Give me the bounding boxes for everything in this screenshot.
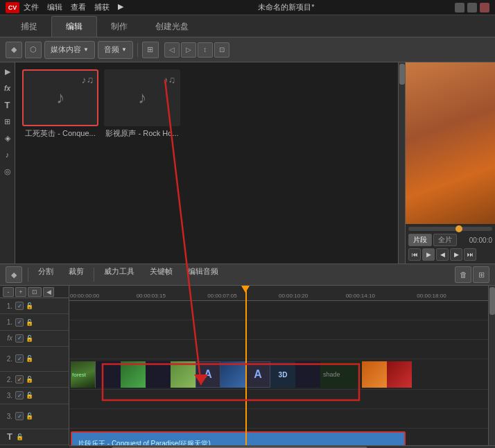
track-lock-2a[interactable]: 🔓 — [25, 354, 33, 363]
preview-slider[interactable] — [408, 227, 492, 231]
track-label-row-3a: 3. ✓ 🔓 — [0, 388, 69, 404]
ruler-tick-0: 00:00:00:00 — [70, 293, 99, 299]
sidebar-transition-icon[interactable]: ◈ — [1, 132, 14, 144]
track-check-1a[interactable]: ✓ — [15, 302, 24, 310]
sidebar-fx-icon[interactable]: fx — [1, 82, 14, 94]
sidebar-color-icon[interactable]: ◎ — [1, 165, 14, 178]
toolbar-puzzle-icon[interactable]: ⬡ — [25, 42, 42, 58]
clip-forest: forest — [71, 361, 96, 388]
toolbar-icons-right: ◁ ▷ ↕ ⊡ — [164, 42, 229, 58]
clip-label-A2: A — [245, 361, 270, 388]
track-labels: - + ⊡ ◀ 1. ✓ 🔓 1. ✓ 🔓 — [0, 286, 69, 445]
music-notes-2: ♪♫ — [164, 74, 176, 85]
transport-prev[interactable]: ◀ — [436, 248, 449, 261]
window-controls — [455, 3, 489, 12]
track-num-3a: 3. — [3, 392, 12, 399]
transport-next-frame[interactable]: ⏭ — [464, 248, 476, 261]
track-row-1b — [69, 320, 488, 340]
tl-prev[interactable]: ◀ — [43, 287, 54, 297]
track-num-1a: 1. — [3, 302, 12, 310]
sidebar-text-icon[interactable]: T — [1, 98, 14, 111]
track-num-fx: fx — [3, 334, 12, 342]
track-label-row-2b: 2. ✓ 🔓 — [0, 372, 69, 388]
preview-mode-full[interactable]: 全片 — [433, 234, 457, 246]
menu-edit[interactable]: 编辑 — [47, 2, 62, 12]
track-check-fx[interactable]: ✓ — [15, 334, 24, 343]
toolbar-audio-btn[interactable]: 音频 ▼ — [98, 41, 133, 59]
toolbar-icon-3[interactable]: ↕ — [198, 42, 213, 58]
tab-produce[interactable]: 制作 — [97, 17, 141, 37]
track-check-2a[interactable]: ✓ — [15, 354, 24, 363]
track-lock-3b[interactable]: 🔓 — [25, 412, 33, 420]
tab-disc[interactable]: 创建光盘 — [141, 17, 202, 37]
clip-dark3 — [295, 361, 320, 388]
track-check-3b[interactable]: ✓ — [15, 412, 24, 420]
tab-edit[interactable]: 编辑 — [51, 16, 97, 37]
toolbar-select-icon[interactable]: ◆ — [6, 42, 22, 58]
timeline-select-btn[interactable]: ◆ — [6, 266, 22, 283]
menu-more[interactable]: ▶ — [118, 2, 123, 12]
transport-play[interactable]: ▶ — [422, 248, 435, 261]
maximize-icon[interactable] — [467, 3, 477, 12]
track-check-3a[interactable]: ✓ — [15, 391, 24, 399]
toolbar-media-btn[interactable]: 媒体内容 ▼ — [44, 41, 95, 59]
track-lock-3a[interactable]: 🔓 — [25, 391, 33, 399]
toolbar-icon-2[interactable]: ▷ — [181, 42, 196, 58]
transport-next[interactable]: ▶ — [450, 248, 462, 261]
tl-settings-icon[interactable]: ⊞ — [473, 266, 489, 283]
tl-tool-trim[interactable]: 裁剪 — [62, 266, 91, 283]
sidebar-arrow-icon[interactable]: ▶ — [1, 65, 14, 78]
toolbar-grid-icon[interactable]: ⊞ — [142, 42, 159, 58]
preview-image — [406, 62, 495, 224]
minimize-icon[interactable] — [455, 3, 464, 12]
toolbar-icon-4[interactable]: ⊡ — [214, 42, 229, 58]
transport-prev-frame[interactable]: ⏮ — [408, 248, 421, 261]
audio-dropdown-arrow: ▼ — [121, 46, 127, 53]
preview-panel: 片段 全片 00:00:0 ⏮ ▶ ◀ ▶ ⏭ — [405, 62, 495, 264]
track-lock-fx[interactable]: 🔓 — [25, 334, 33, 343]
track-lock-1b[interactable]: 🔓 — [25, 318, 33, 327]
tl-tool-keyframe[interactable]: 关键帧 — [143, 266, 180, 283]
preview-mode-clip[interactable]: 片段 — [408, 234, 432, 246]
video-clip-group[interactable]: forest A A 3D shade — [71, 361, 412, 388]
sidebar-image-icon[interactable]: ⊞ — [1, 115, 14, 128]
tl-zoom-in[interactable]: + — [15, 287, 26, 297]
toolbar-icon-1[interactable]: ◁ — [164, 42, 180, 58]
media-item-1[interactable]: ♪ ♪♫ 工死英击 - Conque... — [22, 69, 98, 139]
timeline-hscrollbar[interactable] — [69, 445, 495, 448]
media-item-2[interactable]: ♪ ♪♫ 影视原声 - Rock Ho... — [104, 69, 180, 139]
media-label-1: 工死英击 - Conque... — [22, 128, 98, 139]
menu-capture[interactable]: 捕获 — [94, 2, 110, 12]
tl-tool-split[interactable]: 分割 — [31, 266, 60, 283]
media-vscrollbar[interactable] — [398, 62, 405, 264]
tl-fit[interactable]: ⊡ — [28, 287, 42, 297]
tl-tool-power[interactable]: 威力工具 — [97, 266, 141, 283]
close-icon[interactable] — [480, 3, 489, 12]
track-label-row-1b: 1. ✓ 🔓 — [0, 314, 69, 330]
tl-sep-2 — [94, 268, 94, 282]
menu-view[interactable]: 查看 — [71, 2, 86, 12]
sidebar-music-icon[interactable]: ♪ — [1, 148, 14, 161]
track-lock-T[interactable]: 🔓 — [15, 433, 24, 441]
left-sidebar: ▶ fx T ⊞ ◈ ♪ ◎ — [0, 62, 15, 264]
timeline-sep-1 — [28, 268, 28, 282]
track-lock-2b[interactable]: 🔓 — [25, 375, 33, 384]
menu-file[interactable]: 文件 — [24, 2, 39, 12]
toolbar-separator-1 — [137, 43, 138, 57]
tl-zoom-out[interactable]: - — [3, 287, 14, 297]
tl-tool-audio-edit[interactable]: 编辑音频 — [181, 266, 225, 283]
audio-clip-main[interactable]: 片段乐王 - Conquest of Paradise(征服天堂) — [71, 431, 406, 445]
track-row-fx — [69, 340, 488, 359]
track-check-1b[interactable]: ✓ — [15, 318, 24, 327]
track-label-fx: fx ✓ 🔓 — [0, 331, 69, 347]
timeline-vscrollbar[interactable] — [488, 286, 495, 445]
track-lock-1a[interactable]: 🔓 — [25, 302, 33, 310]
track-check-2b[interactable]: ✓ — [15, 375, 24, 384]
clip-label-A1: A — [196, 361, 220, 388]
tl-delete-icon[interactable]: 🗑 — [455, 266, 471, 283]
track-num-2b: 2. — [3, 376, 12, 384]
ruler-tick-4: 00:00:14:10 — [346, 293, 375, 299]
menu-bar: 文件 编辑 查看 捕获 ▶ — [24, 2, 123, 12]
clip-label-shade: shade — [320, 361, 362, 388]
tab-capture[interactable]: 捕捉 — [7, 17, 51, 37]
